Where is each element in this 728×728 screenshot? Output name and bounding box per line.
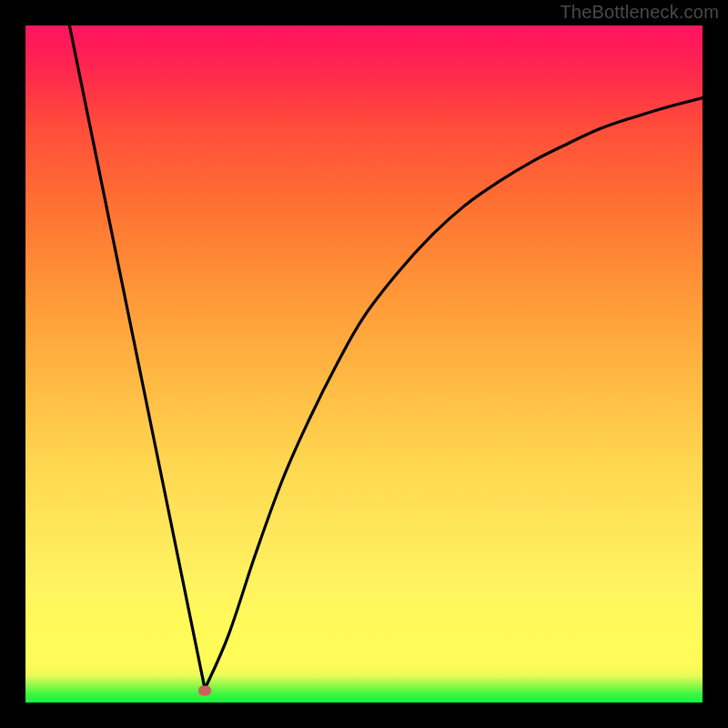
chart-curve-path <box>69 25 703 689</box>
chart-minimum-marker <box>198 685 211 695</box>
watermark-text: TheBottleneck.com <box>560 2 719 23</box>
chart-plot-area <box>25 25 703 703</box>
chart-curve-svg <box>25 25 703 703</box>
